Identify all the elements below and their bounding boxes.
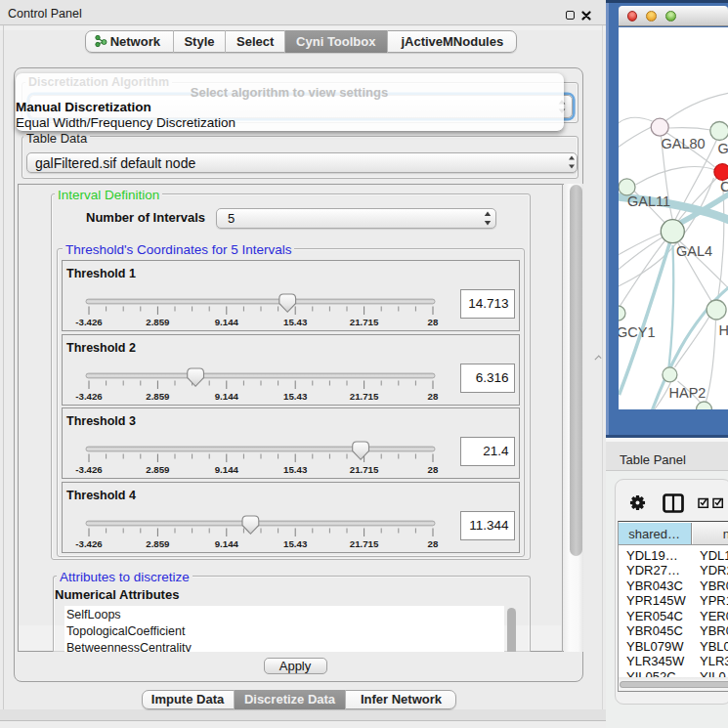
svg-text:GCY1: GCY1 bbox=[619, 324, 656, 340]
svg-text:H: H bbox=[718, 322, 728, 338]
svg-text:15.43: 15.43 bbox=[283, 537, 308, 548]
svg-text:GA: GA bbox=[717, 141, 728, 156]
svg-text:-3.426: -3.426 bbox=[75, 463, 103, 474]
svg-text:15.43: 15.43 bbox=[283, 390, 308, 401]
svg-text:-3.426: -3.426 bbox=[75, 537, 103, 548]
svg-text:9.144: 9.144 bbox=[215, 537, 239, 548]
svg-text:21.715: 21.715 bbox=[350, 390, 379, 401]
svg-text:GAL11: GAL11 bbox=[627, 193, 670, 209]
svg-text:21.715: 21.715 bbox=[350, 463, 379, 474]
svg-text:15.43: 15.43 bbox=[283, 317, 308, 327]
svg-text:9.144: 9.144 bbox=[215, 317, 239, 327]
svg-text:28: 28 bbox=[428, 317, 439, 327]
svg-text:C: C bbox=[720, 179, 728, 194]
svg-text:21.715: 21.715 bbox=[350, 317, 379, 327]
svg-text:GAL80: GAL80 bbox=[661, 136, 705, 151]
svg-text:2.859: 2.859 bbox=[146, 537, 170, 548]
svg-text:28: 28 bbox=[428, 463, 439, 474]
svg-text:21.715: 21.715 bbox=[350, 537, 379, 548]
svg-text:-3.426: -3.426 bbox=[75, 317, 103, 327]
svg-text:9.144: 9.144 bbox=[215, 390, 239, 401]
svg-text:HAP2: HAP2 bbox=[668, 385, 706, 401]
svg-text:-3.426: -3.426 bbox=[75, 390, 103, 401]
svg-text:9.144: 9.144 bbox=[215, 463, 239, 474]
svg-text:28: 28 bbox=[428, 390, 439, 401]
svg-text:2.859: 2.859 bbox=[146, 317, 170, 327]
svg-text:GAL4: GAL4 bbox=[676, 243, 712, 259]
svg-text:2.859: 2.859 bbox=[146, 390, 170, 401]
svg-text:15.43: 15.43 bbox=[283, 463, 308, 474]
svg-text:2.859: 2.859 bbox=[146, 463, 170, 474]
svg-text:28: 28 bbox=[428, 537, 439, 548]
